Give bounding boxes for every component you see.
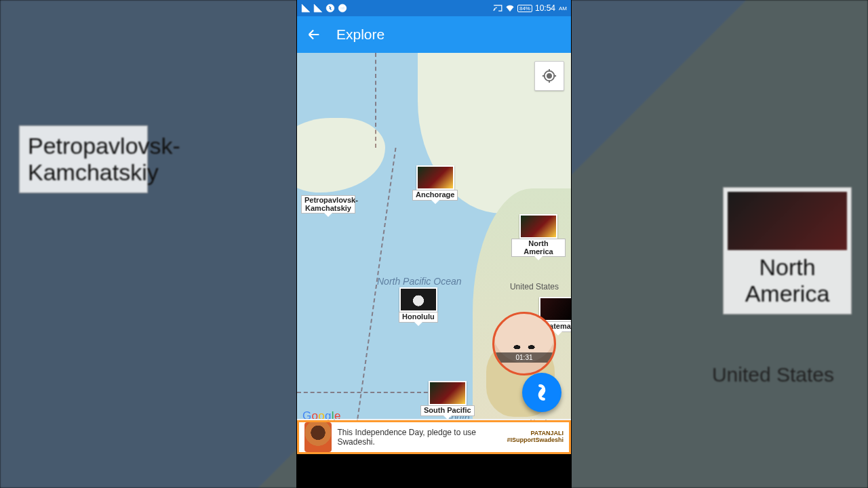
map-border-dash [375,53,376,148]
pin-label: North America [511,239,566,257]
shazam-status-icon [326,3,335,13]
country-label-us: United States [510,282,559,291]
map-border-dash [355,148,396,432]
ad-banner[interactable]: This Independence Day, pledge to use Swa… [297,420,571,454]
map-pin-honolulu[interactable]: Honolulu [399,287,438,323]
signal-icon [313,3,323,13]
landmass [297,118,385,192]
page-title: Explore [336,26,384,43]
signal-icon [301,3,311,13]
app-status-icon: m [338,3,347,13]
backdrop-label-us: United States [712,363,834,386]
cast-icon [493,3,502,13]
pin-thumb [399,287,437,312]
ad-image [304,422,332,452]
my-location-button[interactable] [534,61,564,91]
status-left: m [301,3,347,13]
pin-thumb [416,165,454,190]
svg-text:m: m [340,5,344,10]
pip-timestamp: 01:31 [494,352,554,363]
ad-brand: PATANJALI #ISupportSwadeshi [507,430,564,444]
map-canvas[interactable]: North Pacific Ocean United States Mexico… [297,53,571,454]
app-bar: Explore [297,16,571,53]
ad-headline: This Independence Day, pledge to use Swa… [337,428,501,447]
pin-label: South Pacific [420,405,475,416]
pin-thumb [429,381,467,405]
pin-thumb [519,214,557,239]
svg-point-3 [547,73,551,78]
map-pin-anchorage[interactable]: Anchorage [412,165,458,201]
android-nav-bar[interactable] [297,454,571,488]
water-label-npo: North Pacific Ocean [377,277,462,287]
status-right: 84% 10:54 AM [493,3,567,13]
crosshair-icon [542,68,557,83]
wifi-icon [505,3,515,13]
clock: 10:54 [535,3,555,13]
shazam-fab[interactable] [522,373,561,412]
shazam-icon [530,381,553,404]
phone-frame: m 84% 10:54 AM Explore North Pacific Oce… [297,0,571,488]
pin-label: Petropavlovsk-Kamchatskiy [301,195,355,214]
pin-label: Honolulu [399,312,438,323]
backdrop-label-namerica: North America [723,187,852,314]
map-pin-south-pacific[interactable]: South Pacific [420,381,475,416]
pin-thumb [539,297,571,321]
backdrop-label-kamchatka: Petropavlovsk-Kamchatskiy [19,125,148,193]
clock-ampm: AM [559,5,567,12]
map-pin-kamchatka[interactable]: Petropavlovsk-Kamchatskiy [301,195,355,214]
map-pin-north-america[interactable]: North America [511,214,566,257]
pip-camera-overlay[interactable]: 01:31 [492,312,556,375]
back-icon[interactable] [307,27,321,42]
pin-label: Anchorage [412,190,458,201]
status-bar: m 84% 10:54 AM [297,0,571,16]
battery-indicator: 84% [517,5,532,12]
